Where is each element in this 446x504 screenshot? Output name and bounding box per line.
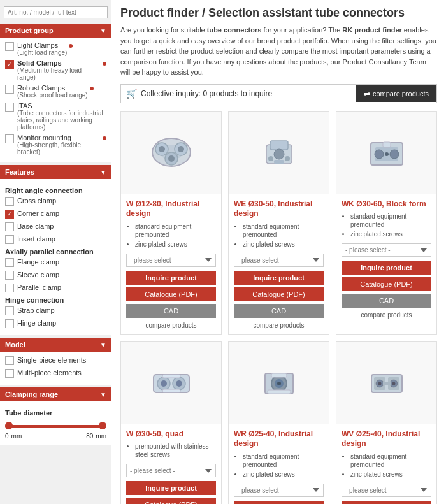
robust-clamps-checkbox[interactable]: [5, 85, 14, 94]
product-name: WE Ø30-50, Industrial design: [234, 199, 324, 219]
cross-clamp-checkbox[interactable]: [5, 197, 14, 206]
solid-clamps-checkbox[interactable]: [5, 60, 14, 69]
features-header[interactable]: Features ▼: [0, 165, 112, 179]
model-header[interactable]: Model ▼: [0, 338, 112, 352]
product-select[interactable]: - please select -: [126, 254, 216, 267]
product-thumbnail: [247, 120, 311, 184]
search-input[interactable]: [4, 6, 108, 18]
light-clamps-label: Light Clamps: [17, 41, 67, 49]
catalogue-button[interactable]: Catalogue (PDF): [234, 287, 324, 301]
insert-clamp-checkbox[interactable]: [5, 235, 14, 244]
svg-rect-18: [383, 142, 391, 147]
catalogue-button[interactable]: Catalogue (PDF): [126, 287, 216, 301]
single-piece-checkbox[interactable]: [5, 356, 14, 365]
feature-item: standard equipment premounted: [243, 452, 324, 469]
strap-clamp-label: Strap clamp: [17, 306, 55, 315]
inquire-button[interactable]: Inquire product: [234, 271, 324, 285]
itas-checkbox[interactable]: [5, 103, 14, 112]
clamping-range-header[interactable]: Clamping range ▼: [0, 387, 112, 401]
itas-sublabel: (Tube connectors for industrial stairs, …: [17, 110, 106, 131]
product-card: WK Ø30-60, Block form standard equipment…: [336, 111, 437, 335]
slider-max-value: 80: [86, 433, 93, 440]
catalogue-button[interactable]: Catalogue (PDF): [126, 498, 216, 504]
flange-clamp-label: Flange clamp: [17, 257, 59, 266]
slider-labels: 0 mm 80 mm: [5, 433, 106, 440]
axially-parallel-label: Axially parallel connection: [5, 248, 106, 256]
hinge-clamp-label: Hinge clamp: [17, 319, 56, 328]
feature-item: zinc plated screws: [350, 470, 431, 479]
product-select[interactable]: - please select -: [234, 254, 324, 267]
svg-point-7: [168, 155, 175, 162]
svg-point-19: [385, 152, 389, 156]
catalogue-button[interactable]: Catalogue (PDF): [342, 277, 431, 291]
feature-item: premounted with stainless steel screws: [135, 442, 216, 459]
svg-rect-25: [162, 375, 180, 378]
inquire-button[interactable]: Inquire product: [342, 501, 431, 504]
product-select[interactable]: - please select -: [342, 484, 431, 497]
svg-rect-26: [162, 389, 180, 392]
model-section: Model ▼ Single-piece elements Multi-piec…: [0, 338, 112, 385]
cad-button[interactable]: CAD: [342, 294, 431, 308]
list-item: Parallel clamp: [5, 283, 106, 292]
feature-item: standard equipment premounted: [350, 452, 431, 469]
compare-products-button[interactable]: ⇌ compare products: [356, 85, 436, 102]
base-clamp-checkbox[interactable]: [5, 222, 14, 231]
main-content: Product finder / Selection assistant tub…: [112, 0, 446, 504]
multi-piece-checkbox[interactable]: [5, 369, 14, 378]
list-item: Sleeve clamp: [5, 270, 106, 280]
right-angle-label: Right angle connection: [5, 187, 106, 194]
compare-label: compare products: [373, 90, 429, 97]
compare-link[interactable]: compare products: [234, 322, 324, 329]
model-body: Single-piece elements Multi-piece elemen…: [0, 352, 112, 385]
list-item: Flange clamp: [5, 257, 106, 267]
sleeve-clamp-label: Sleeve clamp: [17, 270, 59, 279]
list-item: Multi-piece elements: [5, 368, 106, 378]
svg-point-17: [390, 150, 399, 159]
compare-link[interactable]: compare products: [126, 322, 216, 329]
compare-icon: ⇌: [364, 89, 370, 98]
compare-link[interactable]: compare products: [342, 312, 431, 319]
product-select[interactable]: - please select -: [126, 464, 216, 477]
svg-point-10: [274, 149, 284, 159]
svg-rect-13: [274, 160, 284, 164]
corner-clamp-checkbox[interactable]: [5, 210, 14, 219]
sleeve-clamp-checkbox[interactable]: [5, 271, 14, 280]
inquire-button[interactable]: Inquire product: [126, 271, 216, 285]
multi-piece-label: Multi-piece elements: [17, 368, 82, 377]
light-clamps-checkbox[interactable]: [5, 42, 14, 51]
inquire-button[interactable]: Inquire product: [342, 261, 431, 275]
product-info: WV Ø25-40, Industrial design standard eq…: [336, 424, 436, 504]
product-name: W Ø12-80, Industrial design: [126, 199, 216, 219]
cad-button[interactable]: CAD: [234, 304, 324, 318]
svg-rect-31: [271, 373, 287, 377]
tube-diameter-slider[interactable]: 0 mm 80 mm: [5, 419, 106, 441]
product-select[interactable]: - please select -: [342, 243, 431, 257]
slider-thumb-min[interactable]: [5, 422, 13, 429]
inquire-button[interactable]: Inquire product: [126, 481, 216, 495]
product-thumbnail: [247, 350, 311, 414]
slider-max-unit: mm: [96, 433, 106, 440]
product-card: WV Ø25-40, Industrial design standard eq…: [336, 341, 437, 504]
red-dot-icon: [90, 87, 94, 90]
hinge-clamp-checkbox[interactable]: [5, 319, 14, 328]
features-body: Right angle connection Cross clamp Corne…: [0, 179, 112, 335]
product-thumbnail: [355, 350, 419, 414]
product-image: [336, 112, 436, 194]
monitor-mounting-checkbox[interactable]: [5, 134, 14, 143]
product-image: [229, 112, 329, 194]
clamping-range-chevron-icon: ▼: [100, 391, 106, 398]
parallel-clamp-checkbox[interactable]: [5, 284, 14, 292]
svg-point-5: [159, 146, 165, 152]
product-group-section: Product group ▼ Light Clamps (Light load…: [0, 24, 112, 162]
svg-point-12: [285, 156, 290, 161]
flange-clamp-checkbox[interactable]: [5, 258, 14, 267]
cad-button[interactable]: CAD: [126, 304, 216, 318]
solid-clamps-label: Solid Clamps: [17, 59, 101, 67]
strap-clamp-checkbox[interactable]: [5, 306, 14, 315]
product-group-header[interactable]: Product group ▼: [0, 24, 112, 38]
slider-thumb-max[interactable]: [99, 422, 106, 429]
product-select[interactable]: - please select -: [234, 484, 324, 497]
page-title: Product finder / Selection assistant tub…: [120, 6, 437, 20]
inquire-button[interactable]: Inquire product: [234, 501, 324, 504]
slider-track: [5, 425, 106, 428]
